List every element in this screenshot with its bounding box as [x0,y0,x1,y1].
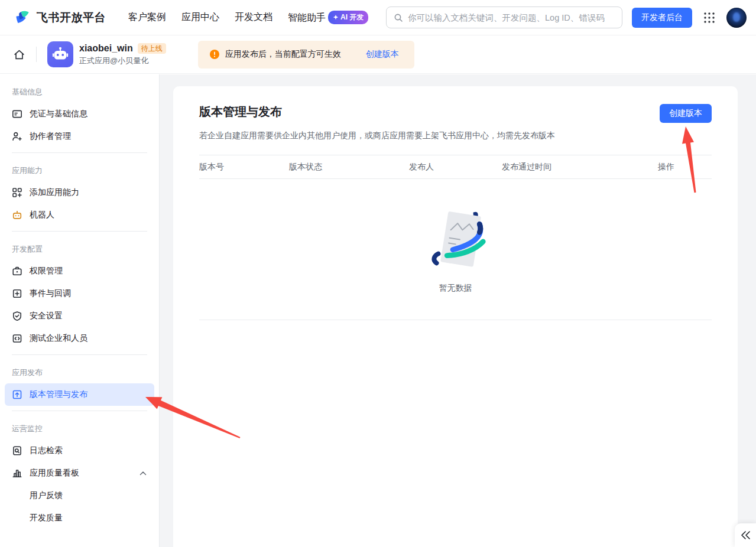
section-label-basic-info: 基础信息 [0,79,159,103]
sidebar: 基础信息 凭证与基础信息 协作者管理 应用能力 [0,74,160,547]
app-subtitle: 正式应用@小贝量化 [79,56,166,66]
nav-link-cases[interactable]: 客户案例 [128,11,166,24]
sidebar-item-events[interactable]: 事件与回调 [5,282,154,305]
divider [12,152,147,153]
banner-create-version-link[interactable]: 创建版本 [366,49,399,60]
app-meta: xiaobei_win 待上线 正式应用@小贝量化 [79,43,166,66]
nav-link-app-center[interactable]: 应用中心 [181,11,219,24]
top-navbar: 飞书开放平台 客户案例 应用中心 开发文档 智能助手AI 开发 开发者后台 [0,0,756,35]
home-icon[interactable] [13,48,25,61]
chevron-up-icon[interactable] [139,470,147,477]
banner-text: 应用发布后，当前配置方可生效 [225,49,341,60]
col-actions: 操作 [658,162,712,172]
sidebar-item-dev-quality[interactable]: 开发质量 [5,507,154,529]
col-version-status: 版本状态 [289,162,409,172]
brand-name: 飞书开放平台 [37,10,106,25]
section-label-capabilities: 应用能力 [0,158,159,181]
app-name: xiaobei_win [79,43,133,54]
sidebar-item-add-capability[interactable]: 添加应用能力 [5,181,154,204]
double-chevron-left-icon [740,530,751,540]
sidebar-item-log-search[interactable]: 日志检索 [5,439,154,462]
user-avatar[interactable] [726,8,747,28]
sidebar-item-version-management[interactable]: 版本管理与发布 [5,383,154,406]
search-icon [394,13,403,22]
sidebar-item-credentials[interactable]: 凭证与基础信息 [5,103,154,125]
page-title: 版本管理与发布 [199,104,282,120]
sparkle-icon [333,15,339,21]
col-version-number: 版本号 [199,162,289,172]
sidebar-item-security[interactable]: 安全设置 [5,305,154,327]
section-label-ops-monitoring: 运营监控 [0,416,159,439]
collapse-panel-button[interactable] [735,523,756,547]
main-area: 版本管理与发布 创建版本 若企业自建应用需要供企业内其他用户使用，或商店应用需要… [160,74,756,547]
developer-console-button[interactable]: 开发者后台 [632,8,692,28]
empty-text: 暂无数据 [439,283,472,294]
robot-icon [12,210,22,220]
nav-links: 客户案例 应用中心 开发文档 智能助手AI 开发 [128,11,368,24]
add-capability-icon [12,187,22,198]
test-org-code-icon [12,333,22,344]
col-publish-time: 发布通过时间 [502,162,658,172]
global-search[interactable] [386,6,622,28]
apps-grid-icon[interactable] [703,11,716,24]
permission-icon [12,266,22,276]
sidebar-item-collaborators[interactable]: 协作者管理 [5,125,154,148]
empty-illustration [421,205,491,275]
publish-warning-banner: 应用发布后，当前配置方可生效 创建版本 [198,41,414,69]
sidebar-item-quality-dashboard[interactable]: 应用质量看板 [5,462,154,484]
app-avatar[interactable] [47,41,73,67]
log-search-icon [12,445,22,456]
divider [36,47,37,62]
create-version-button[interactable]: 创建版本 [660,104,712,123]
sidebar-item-permissions[interactable]: 权限管理 [5,260,154,282]
feishu-logo-icon [14,9,32,27]
divider [12,411,147,411]
version-publish-icon [12,389,22,400]
collaborator-icon [12,131,22,142]
credential-icon [12,109,22,119]
version-management-card: 版本管理与发布 创建版本 若企业自建应用需要供企业内其他用户使用，或商店应用需要… [173,86,738,547]
sidebar-item-test-org[interactable]: 测试企业和人员 [5,327,154,350]
status-badge: 待上线 [138,43,166,54]
col-publisher: 发布人 [409,162,502,172]
quality-dashboard-icon [12,468,22,478]
security-shield-icon [12,311,22,321]
nav-link-docs[interactable]: 开发文档 [235,11,272,24]
search-input[interactable] [408,13,615,22]
section-label-dev-config: 开发配置 [0,236,159,260]
divider [12,231,147,232]
app-header-bar: xiaobei_win 待上线 正式应用@小贝量化 应用发布后，当前配置方可生效… [0,35,756,74]
sidebar-item-user-feedback[interactable]: 用户反馈 [5,484,154,507]
page-description: 若企业自建应用需要供企业内其他用户使用，或商店应用需要上架飞书应用中心，均需先发… [199,131,712,141]
event-callback-icon [12,288,22,299]
divider [12,354,147,355]
warning-icon [210,50,219,59]
versions-table-header: 版本号 版本状态 发布人 发布通过时间 操作 [199,155,712,179]
robot-app-icon [51,45,69,63]
empty-state: 暂无数据 [199,179,712,320]
nav-link-assistant[interactable]: 智能助手AI 开发 [288,11,368,24]
sidebar-item-bot[interactable]: 机器人 [5,204,154,226]
ai-dev-badge: AI 开发 [328,11,368,24]
section-label-app-release: 应用发布 [0,360,159,383]
brand[interactable]: 飞书开放平台 [14,9,106,27]
